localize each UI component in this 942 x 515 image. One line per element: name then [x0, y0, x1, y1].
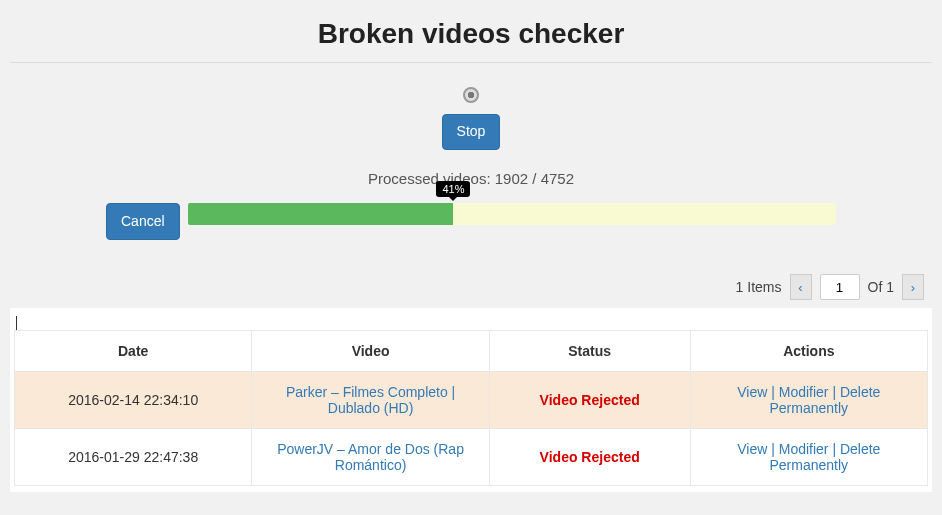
view-link[interactable]: View	[737, 441, 767, 457]
cell-date: 2016-01-29 22:47:38	[15, 429, 252, 486]
th-status: Status	[489, 331, 690, 372]
divider	[10, 62, 932, 63]
th-date: Date	[15, 331, 252, 372]
cell-video: Parker – Filmes Completo | Dublado (HD)	[252, 372, 489, 429]
stop-button[interactable]: Stop	[442, 114, 501, 150]
th-video: Video	[252, 331, 489, 372]
video-link[interactable]: PowerJV – Amor de Dos (Rap Romántico)	[277, 441, 464, 473]
edit-link[interactable]: Modifier	[779, 384, 829, 400]
cancel-button[interactable]: Cancel	[106, 203, 180, 241]
progress-bar: 41%	[188, 203, 836, 225]
pagination-next-button[interactable]: ›	[902, 274, 924, 300]
cell-date: 2016-02-14 22:34:10	[15, 372, 252, 429]
video-link[interactable]: Parker – Filmes Completo | Dublado (HD)	[286, 384, 455, 416]
action-separator: |	[829, 441, 840, 457]
cell-video: PowerJV – Amor de Dos (Rap Romántico)	[252, 429, 489, 486]
text-caret	[16, 316, 17, 330]
status-badge: Video Rejected	[540, 392, 640, 408]
action-separator: |	[829, 384, 840, 400]
table-row: 2016-01-29 22:47:38PowerJV – Amor de Dos…	[15, 429, 928, 486]
view-link[interactable]: View	[737, 384, 767, 400]
page-title: Broken videos checker	[10, 18, 932, 50]
edit-link[interactable]: Modifier	[779, 441, 829, 457]
status-badge: Video Rejected	[540, 449, 640, 465]
results-table: Date Video Status Actions 2016-02-14 22:…	[14, 330, 928, 486]
pagination: 1 Items ‹ Of 1 ›	[10, 270, 932, 308]
cell-status: Video Rejected	[489, 372, 690, 429]
spinner-icon	[463, 87, 479, 103]
progress-tooltip: 41%	[436, 181, 470, 197]
pagination-items-count: 1 Items	[736, 279, 782, 295]
cell-status: Video Rejected	[489, 429, 690, 486]
pagination-of-label: Of 1	[868, 279, 894, 295]
th-actions: Actions	[690, 331, 927, 372]
pagination-page-input[interactable]	[820, 274, 860, 300]
action-separator: |	[767, 384, 778, 400]
cell-actions: View | Modifier | Delete Permanently	[690, 429, 927, 486]
processed-counter: Processed videos: 1902 / 4752	[10, 170, 932, 187]
table-row: 2016-02-14 22:34:10Parker – Filmes Compl…	[15, 372, 928, 429]
progress-fill	[188, 203, 454, 225]
pagination-prev-button[interactable]: ‹	[790, 274, 812, 300]
cell-actions: View | Modifier | Delete Permanently	[690, 372, 927, 429]
action-separator: |	[767, 441, 778, 457]
